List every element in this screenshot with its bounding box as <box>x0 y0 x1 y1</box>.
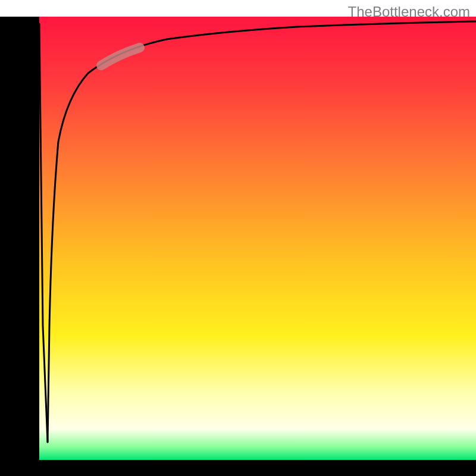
left-edge-fill <box>0 17 20 476</box>
chart-frame <box>0 17 476 476</box>
y-axis-bar <box>20 17 39 460</box>
plot-background <box>20 17 476 460</box>
bottom-edge-fill <box>0 460 476 476</box>
chart-svg <box>0 17 476 476</box>
